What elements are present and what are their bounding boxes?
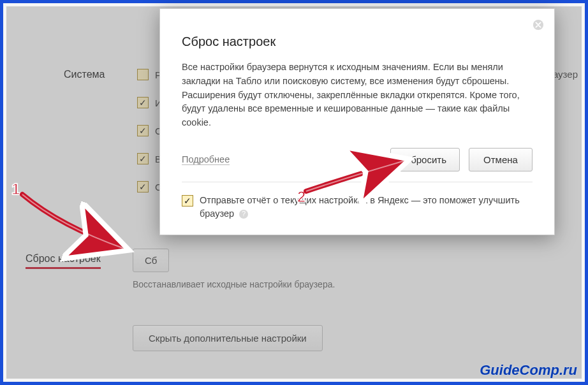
screenshot-frame: Система ✓ Р ✓ И ✓ С ✓ В ✓ С Сброс настро… (0, 0, 588, 385)
watermark: GuideComp.ru (480, 362, 577, 379)
divider (182, 182, 533, 182)
more-info-link[interactable]: Подробнее (182, 154, 230, 165)
annotation-number-2: 2 (297, 188, 305, 206)
dialog-action-row: Подробнее Сбросить Отмена (182, 148, 533, 171)
annotation-number-1: 1 (11, 180, 20, 198)
send-report-option[interactable]: ✓ Отправьте отчёт о текущих настройках в… (182, 194, 533, 221)
checkbox-icon[interactable]: ✓ (182, 195, 193, 207)
cancel-button[interactable]: Отмена (469, 148, 533, 171)
send-report-label: Отправьте отчёт о текущих настройках в Я… (200, 194, 533, 221)
confirm-reset-button[interactable]: Сбросить (390, 148, 460, 171)
dialog-body-text: Все настройки браузера вернутся к исходн… (182, 61, 533, 130)
reset-settings-dialog: Сброс настроек Все настройки браузера ве… (159, 8, 555, 235)
help-icon[interactable]: ? (239, 210, 248, 219)
dialog-title: Сброс настроек (182, 34, 533, 49)
close-icon[interactable] (531, 18, 545, 32)
